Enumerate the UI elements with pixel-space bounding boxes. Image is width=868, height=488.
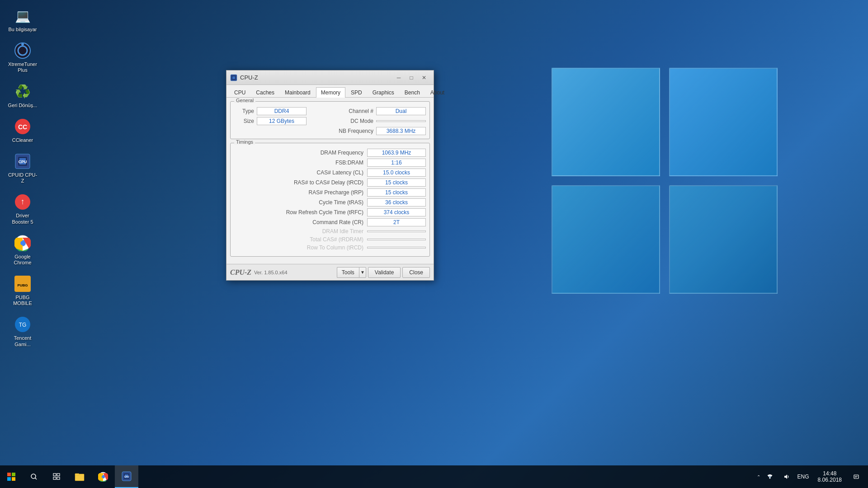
timing-row-cr: Command Rate (CR) 2T [234,218,426,226]
timing-row-trcd: RAS# to CAS# Delay (tRCD) 15 clocks [234,178,426,187]
cpuz-version: Ver. 1.85.0.x64 [254,270,287,275]
notification-chevron[interactable]: ⌃ [757,474,760,479]
trcd-label: RAS# to CAS# Delay (tRCD) [234,179,367,186]
svg-text:CPU: CPU [124,475,129,478]
desktop-icon-cpuid[interactable]: CPU CPUID CPU-Z [5,150,41,186]
chrome-icon [14,234,32,252]
svg-rect-29 [53,477,56,479]
idle-timer-label: DRAM Idle Timer [234,228,367,235]
validate-button[interactable]: Validate [368,267,401,278]
tab-mainboard[interactable]: Mainboard [280,87,316,98]
desktop-icon-pubg[interactable]: PUBG PUBG MOBILE [5,272,41,309]
trfc-value: 374 clocks [367,208,426,216]
desktop-icon-bu-bilgisayar[interactable]: 💻 Bu bilgisayar [5,5,41,35]
type-label: Type [234,108,257,114]
dc-mode-value [376,120,426,122]
size-value: 12 GBytes [257,117,307,125]
close-window-button[interactable]: Close [402,267,430,278]
cas-latency-label: CAS# Latency (CL) [234,169,367,176]
tools-button[interactable]: Tools [337,267,359,278]
channel-label: Channel # [335,108,376,114]
desktop-icon-chrome[interactable]: Google Chrome [5,232,41,268]
window-content: General Type DDR4 Channel # Dual Size 12… [226,98,434,264]
win-pane-bl [552,185,660,294]
tab-caches[interactable]: Caches [251,87,279,98]
cr-value: 2T [367,218,426,226]
search-button[interactable] [23,465,45,488]
taskbar-system-icons: ⌃ ENG [757,469,811,484]
desktop-icon-tencent[interactable]: TG Tencent Gami... [5,313,41,349]
window-footer: CPU-Z Ver. 1.85.0.x64 Tools ▼ Validate C… [226,264,434,280]
taskbar-app-cpuz[interactable]: CPU [115,465,138,488]
tencent-icon: TG [14,315,32,333]
tab-about[interactable]: About [425,87,449,98]
ccleaner-label: CCleaner [12,137,33,143]
tab-graphics[interactable]: Graphics [368,87,399,98]
fsb-dram-value: 1:16 [367,159,426,167]
svg-rect-27 [53,474,56,476]
timings-group-content: DRAM Frequency 1063.9 MHz FSB:DRAM 1:16 … [234,149,426,251]
fsb-dram-label: FSB:DRAM [234,160,367,166]
recycle-label: Geri Dönüş... [8,103,38,108]
timing-row-fsb-dram: FSB:DRAM 1:16 [234,159,426,167]
svg-rect-22 [12,473,15,476]
task-view-button[interactable] [45,465,68,488]
desktop-icon-ccleaner[interactable]: CC CCleaner [5,115,41,145]
svg-rect-23 [7,477,11,481]
row-to-col-value [367,247,426,249]
cpuz-logo: CPU-Z [230,268,251,277]
tools-dropdown-arrow[interactable]: ▼ [359,267,366,278]
general-group: General Type DDR4 Channel # Dual Size 12… [230,101,430,139]
taskbar-right: ⌃ ENG 14:48 8.06. [757,469,868,484]
minimize-button[interactable]: ─ [393,73,405,83]
chrome-label: Google Chrome [7,254,38,266]
desktop: 💻 Bu bilgisayar XtremeTunerPlus ♻️ Geri … [0,0,868,488]
network-icon[interactable] [763,469,777,484]
general-group-title: General [234,98,255,103]
notification-center-button[interactable] [849,469,863,484]
desktop-icon-driver-booster[interactable]: ↑ Driver Booster 5 [5,191,41,227]
timing-row-cas-latency: CAS# Latency (CL) 15.0 clocks [234,169,426,177]
nb-freq-label: NB Frequency [335,128,376,134]
close-button[interactable]: ✕ [418,73,430,83]
trfc-label: Row Refresh Cycle Time (tRFC) [234,209,367,216]
svg-rect-41 [854,475,859,479]
start-button[interactable] [0,465,23,488]
svg-rect-20 [232,76,235,79]
timing-row-row-to-col: Row To Column (tRCD) [234,244,426,251]
svg-text:PUBG: PUBG [17,283,28,287]
cas-latency-value: 15.0 clocks [367,169,426,177]
tab-cpu[interactable]: CPU [229,87,250,98]
taskbar-clock[interactable]: 14:48 8.06.2018 [814,469,845,484]
trp-value: 15 clocks [367,188,426,197]
window-app-icon [230,74,237,81]
timing-row-trp: RAS# Precharge (tRP) 15 clocks [234,188,426,197]
trdram-value [367,239,426,240]
tab-spd[interactable]: SPD [346,87,367,98]
desktop-icon-xtremetuner[interactable]: XtremeTunerPlus [5,39,41,75]
window-tabs: CPU Caches Mainboard Memory SPD Graphics… [226,85,434,98]
dram-freq-label: DRAM Frequency [234,150,367,156]
svg-rect-21 [7,473,11,476]
taskbar: CPU ⌃ [0,465,868,488]
tools-button-wrapper: Tools ▼ [337,267,366,278]
svg-point-2 [21,43,24,46]
taskbar-app-chrome[interactable] [91,465,115,488]
svg-point-35 [102,475,104,478]
desktop-icon-recycle[interactable]: ♻️ Geri Dönüş... [5,80,41,111]
svg-text:CC: CC [18,123,27,131]
tras-label: Cycle Time (tRAS) [234,199,367,206]
footer-buttons: Tools ▼ Validate Close [337,267,430,278]
volume-icon[interactable] [779,469,794,484]
cpuid-icon: CPU [14,152,32,170]
cr-label: Command Rate (CR) [234,219,367,225]
tab-memory[interactable]: Memory [316,87,345,98]
win-pane-tl [552,68,660,176]
maximize-button[interactable]: □ [406,73,417,83]
desktop-icons: 💻 Bu bilgisayar XtremeTunerPlus ♻️ Geri … [5,5,41,350]
tab-bench[interactable]: Bench [400,87,425,98]
ime-icon[interactable]: ENG [796,469,811,484]
window-titlebar: CPU-Z ─ □ ✕ [226,70,434,85]
svg-point-40 [769,478,770,479]
taskbar-app-file-explorer[interactable] [68,465,91,488]
